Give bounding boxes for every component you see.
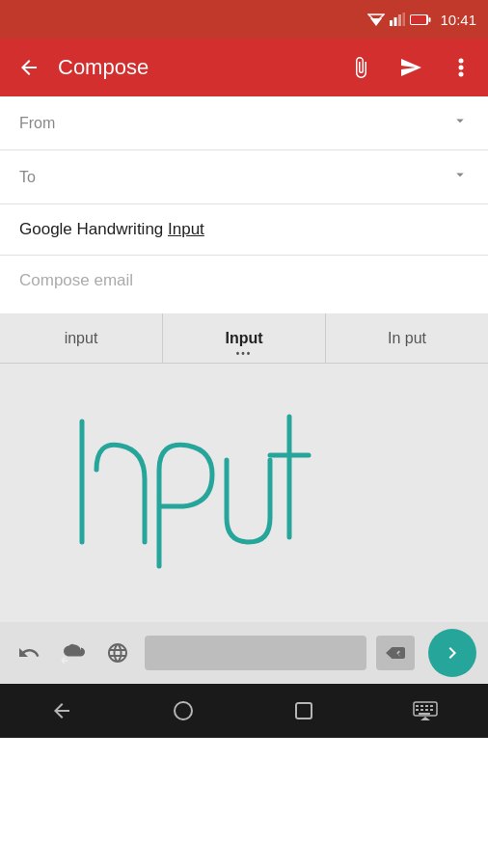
to-label: To	[19, 169, 451, 186]
toolbar: Compose	[0, 39, 488, 96]
svg-point-11	[459, 72, 464, 77]
bottom-controls	[0, 622, 488, 684]
from-chevron-icon	[451, 112, 469, 134]
status-bar: 10:41	[0, 0, 488, 39]
more-button[interactable]	[444, 50, 478, 85]
attach-button[interactable]	[343, 50, 378, 85]
subject-text: Google Handwriting Input	[19, 220, 204, 239]
from-label: From	[19, 115, 451, 132]
keyboard-nav-button[interactable]	[413, 701, 438, 720]
email-form: From To Google Handwriting Input Compose…	[0, 96, 488, 313]
svg-rect-3	[394, 17, 397, 26]
delete-button[interactable]	[376, 636, 415, 670]
from-row[interactable]: From	[0, 96, 488, 150]
suggestion-3-label: In put	[388, 330, 426, 347]
svg-rect-18	[430, 705, 433, 707]
svg-rect-20	[420, 709, 423, 711]
back-nav-button[interactable]	[50, 699, 73, 722]
wifi-icon	[367, 13, 385, 26]
svg-rect-21	[425, 709, 428, 711]
suggestion-2-label: Input	[225, 330, 262, 347]
to-chevron-icon	[451, 166, 469, 188]
svg-rect-23	[419, 713, 430, 715]
svg-rect-7	[429, 17, 431, 22]
suggestion-3[interactable]: In put	[326, 313, 488, 363]
home-nav-button[interactable]	[173, 700, 194, 721]
signal-icon	[390, 13, 405, 26]
send-button[interactable]	[393, 50, 428, 85]
suggestion-1[interactable]: input	[0, 313, 163, 363]
text-input-bar[interactable]	[145, 636, 366, 670]
next-button[interactable]	[428, 629, 476, 677]
recents-nav-button[interactable]	[294, 701, 313, 720]
handwriting-area[interactable]	[0, 364, 488, 622]
undo-stroke-button[interactable]	[56, 636, 91, 670]
battery-icon	[410, 14, 431, 26]
toolbar-actions	[343, 50, 478, 85]
suggestion-1-label: input	[65, 330, 98, 347]
back-button[interactable]	[10, 48, 48, 87]
status-icons: 10:41	[367, 12, 476, 28]
svg-rect-8	[411, 15, 426, 24]
svg-rect-16	[420, 705, 423, 707]
subject-prefix: Google Handwriting	[19, 220, 168, 238]
language-button[interactable]	[100, 636, 135, 670]
svg-rect-19	[416, 709, 419, 711]
toolbar-title: Compose	[58, 55, 334, 80]
suggestions-bar: input Input ••• In put	[0, 313, 488, 364]
suggestion-2-dots: •••	[236, 348, 253, 359]
svg-rect-17	[425, 705, 428, 707]
svg-rect-15	[416, 705, 419, 707]
compose-area[interactable]: Compose email	[0, 256, 488, 313]
subject-row[interactable]: Google Handwriting Input	[0, 204, 488, 256]
status-time: 10:41	[440, 12, 476, 28]
svg-rect-13	[296, 703, 312, 719]
nav-bar	[0, 684, 488, 738]
suggestion-2[interactable]: Input •••	[163, 313, 326, 363]
svg-point-9	[459, 59, 464, 64]
compose-placeholder: Compose email	[19, 271, 133, 289]
svg-rect-5	[403, 13, 406, 26]
svg-point-12	[175, 702, 192, 719]
svg-rect-2	[390, 20, 393, 26]
undo-button[interactable]	[12, 636, 46, 670]
handwriting-canvas	[0, 364, 488, 622]
svg-rect-4	[398, 14, 401, 26]
svg-point-10	[459, 66, 464, 70]
subject-underlined: Input	[168, 220, 204, 238]
svg-rect-22	[430, 709, 433, 711]
to-row[interactable]: To	[0, 150, 488, 204]
